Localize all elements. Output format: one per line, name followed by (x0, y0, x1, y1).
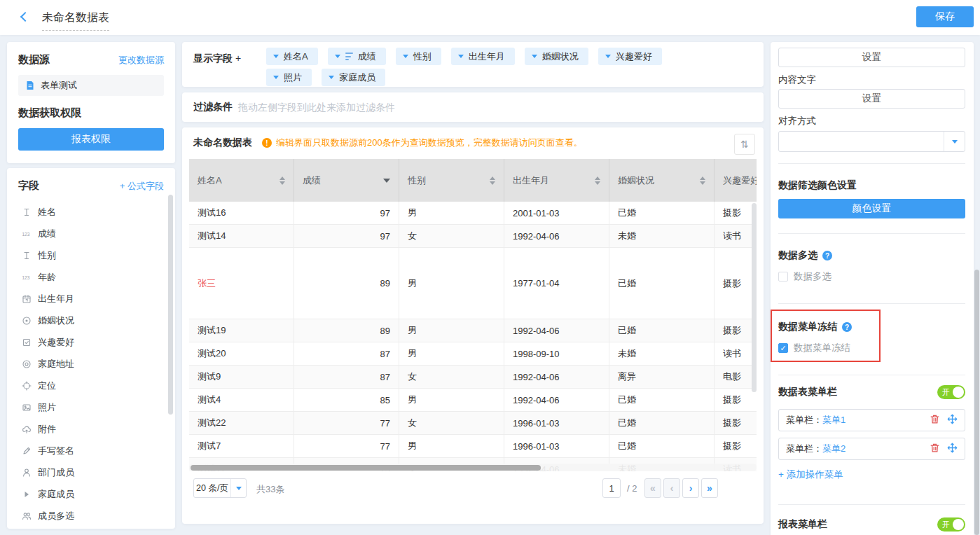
table-row[interactable]: 测试22 77 女 1996-01-03 已婚 摄影 (189, 412, 757, 435)
content-settings-button[interactable]: 设置 (778, 89, 965, 109)
move-icon[interactable] (947, 443, 958, 455)
display-field-chip[interactable]: 婚姻状况 (525, 48, 588, 65)
menu-item-name[interactable]: 菜单1 (822, 414, 846, 426)
table-cell: 测试4 (189, 389, 294, 412)
display-field-chip[interactable]: 姓名A (266, 48, 318, 65)
display-field-chip[interactable]: 照片 (266, 69, 312, 86)
color-settings-button[interactable]: 颜色设置 (778, 199, 965, 218)
table-row[interactable]: 测试20 87 男 1998-09-10 未婚 读书 (189, 342, 757, 366)
field-item[interactable]: 性别 (7, 244, 175, 266)
display-fields-card: 显示字段+ 姓名A 成绩 性别 出生年月 婚姻状况 (182, 42, 764, 87)
multi-select-checkbox[interactable] (778, 272, 788, 282)
field-item[interactable]: 123 成绩 (7, 223, 175, 244)
add-menu-link[interactable]: + 添加操作菜单 (778, 468, 965, 481)
column-header[interactable]: 婚姻状况 (609, 159, 715, 202)
filter-dropzone-placeholder[interactable]: 拖动左侧字段到此处来添加过滤条件 (238, 102, 395, 114)
fields-scrollbar[interactable] (168, 195, 173, 415)
sort-desc-icon[interactable] (383, 179, 390, 183)
chip-row: 姓名A 成绩 性别 出生年月 婚姻状况 兴趣爱好 (266, 48, 662, 65)
field-item[interactable]: 婚姻状况 (7, 310, 175, 331)
sort-icon[interactable] (490, 176, 495, 185)
freeze-checkbox[interactable]: ✓ (778, 343, 788, 353)
table-row[interactable]: 测试14 97 女 1992-04-06 未婚 读书 (189, 225, 757, 248)
pagination-bar: 20 条/页 共33条 1 / 2 « ‹ › » (182, 478, 764, 499)
menu-item[interactable]: 菜单栏： 菜单2 (778, 438, 965, 460)
total-pages: / 2 (627, 483, 637, 494)
help-icon[interactable]: ? (842, 322, 852, 332)
report-permission-button[interactable]: 报表权限 (18, 128, 164, 151)
table-cell: 男 (399, 319, 504, 342)
horizontal-scrollbar-track[interactable] (189, 464, 757, 471)
display-field-chip[interactable]: 性别 (396, 48, 441, 65)
horizontal-scrollbar-thumb[interactable] (191, 465, 541, 471)
column-header[interactable]: 兴趣爱好 (715, 159, 757, 202)
column-header-label: 性别 (408, 174, 426, 187)
add-formula-field-link[interactable]: + 公式字段 (120, 180, 164, 193)
change-datasource-link[interactable]: 更改数据源 (118, 54, 164, 67)
sort-icon[interactable] (595, 176, 600, 185)
table-row[interactable]: 测试7 77 男 1996-01-03 已婚 摄影 (189, 435, 757, 458)
target-icon (21, 380, 32, 391)
table-vertical-scrollbar[interactable] (752, 203, 757, 392)
column-header[interactable]: 出生年月 (504, 159, 609, 202)
window-scrollbar-thumb[interactable] (974, 270, 979, 535)
table-row[interactable]: 张三 89 男 1977-01-04 已婚 摄影 (189, 248, 757, 319)
field-item[interactable]: 123 年龄 (7, 266, 175, 288)
field-item[interactable]: 附件 (7, 418, 175, 440)
display-field-chip[interactable]: 兴趣爱好 (598, 48, 662, 65)
table-row[interactable]: 测试4 85 男 1992-04-06 已婚 摄影 (189, 389, 757, 412)
field-item[interactable]: 出生年月 (7, 288, 175, 310)
table-cell: 摄影 (715, 435, 757, 458)
help-icon[interactable]: ? (822, 251, 832, 260)
last-page-button[interactable]: » (701, 478, 718, 498)
delete-icon[interactable] (930, 443, 940, 455)
first-page-button[interactable]: « (644, 478, 661, 498)
table-menu-toggle[interactable]: 开 (937, 385, 965, 399)
page-title[interactable]: 未命名数据表 (42, 11, 109, 31)
field-item[interactable]: 家庭成员 (7, 483, 175, 505)
table-row[interactable]: 测试16 97 男 2001-01-03 已婚 摄影 (189, 202, 757, 225)
field-item[interactable]: 兴趣爱好 (7, 331, 175, 353)
page-size-select[interactable]: 20 条/页 (193, 478, 247, 498)
field-item[interactable]: 定位 (7, 375, 175, 396)
field-item-label: 照片 (38, 401, 56, 414)
chip-label: 姓名A (284, 50, 308, 63)
current-page-input[interactable]: 1 (602, 478, 621, 498)
menu-item[interactable]: 菜单栏： 菜单1 (778, 409, 965, 431)
align-select[interactable] (778, 131, 965, 152)
report-menu-toggle[interactable]: 开 (937, 517, 965, 531)
sort-toggle-button[interactable]: ⇅ (734, 134, 755, 155)
field-item-label: 出生年月 (38, 293, 74, 305)
prev-page-button[interactable]: ‹ (663, 478, 680, 498)
datasource-item[interactable]: 表单测试 (18, 75, 164, 96)
field-item[interactable]: 成员多选 (7, 505, 175, 527)
next-page-button[interactable]: › (682, 478, 699, 498)
display-field-chip[interactable]: 家庭成员 (322, 69, 385, 86)
move-icon[interactable] (947, 414, 958, 426)
delete-icon[interactable] (930, 414, 940, 426)
table-card: 未命名数据表 ! 编辑界面只取数据源前200条作为查询数据预览，完整数据请访问页… (182, 127, 764, 524)
table-cell: 89 (294, 248, 399, 319)
back-icon[interactable] (20, 12, 30, 22)
window-scrollbar-track[interactable] (974, 0, 979, 535)
field-item[interactable]: 姓名 (7, 201, 175, 223)
table-row[interactable]: 测试9 87 女 1992-04-06 离异 电影 (189, 366, 757, 389)
column-header[interactable]: 性别 (399, 159, 504, 202)
title-settings-button[interactable]: 设置 (778, 48, 965, 67)
field-item[interactable]: 部门成员 (7, 461, 175, 483)
field-item[interactable]: 手写签名 (7, 440, 175, 461)
field-item-label: 家庭地址 (38, 358, 74, 370)
field-item[interactable]: 家庭地址 (7, 353, 175, 375)
field-item-label: 年龄 (38, 271, 56, 284)
column-header[interactable]: 成绩 (294, 159, 399, 202)
save-button[interactable]: 保存 (916, 6, 974, 27)
display-field-chip[interactable]: 出生年月 (451, 48, 515, 65)
sort-icon[interactable] (700, 176, 705, 185)
table-row[interactable]: 测试19 89 男 1992-04-06 已婚 摄影 (189, 319, 757, 342)
add-display-field-button[interactable]: + (235, 53, 241, 64)
sort-icon[interactable] (279, 176, 285, 185)
column-header[interactable]: 姓名A (189, 159, 294, 202)
field-item[interactable]: 照片 (7, 396, 175, 418)
menu-item-name[interactable]: 菜单2 (822, 443, 846, 455)
display-field-chip[interactable]: 成绩 (328, 48, 386, 65)
